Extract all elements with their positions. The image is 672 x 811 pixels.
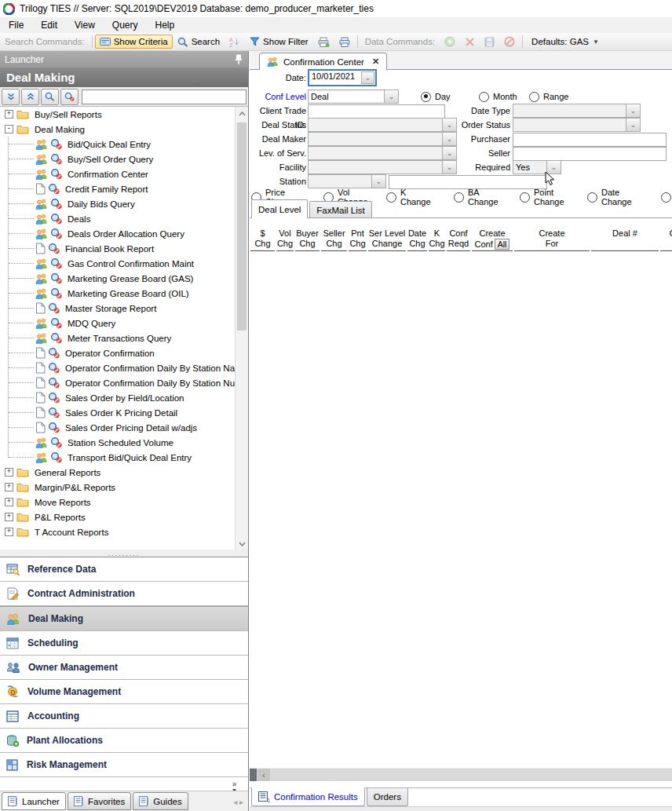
- expand-icon[interactable]: +: [5, 110, 13, 119]
- column-header--chg[interactable]: $Chg: [250, 228, 275, 251]
- tree-item-confirmation-center[interactable]: Confirmation Center: [0, 166, 248, 181]
- sort-az-button[interactable]: AZ: [225, 35, 245, 49]
- tree-folder-t-account-reports[interactable]: +T Account Reports: [0, 524, 248, 539]
- chevron-down-icon[interactable]: ⌄: [626, 119, 640, 131]
- tab-guides[interactable]: Guides: [133, 792, 188, 810]
- radio-month[interactable]: Month: [479, 90, 517, 104]
- nav-item-plant-allocations[interactable]: Plant Allocations: [0, 729, 248, 753]
- tab-launcher[interactable]: Launcher: [2, 792, 66, 810]
- expand-icon[interactable]: +: [5, 513, 13, 521]
- scroll-up-icon[interactable]: [236, 107, 248, 120]
- column-header-date-chg[interactable]: DateChg: [407, 228, 427, 251]
- tree-item-transport-bid-quick-deal-entry[interactable]: Transport Bid/Quick Deal Entry: [0, 450, 248, 465]
- menu-query[interactable]: Query: [104, 18, 147, 32]
- tree-item-financial-book-report[interactable]: Financial Book Report: [0, 241, 248, 256]
- tree-item-meter-transactions-query[interactable]: Meter Transactions Query: [0, 331, 248, 345]
- collapse-all-button[interactable]: [21, 89, 39, 105]
- print-button[interactable]: [313, 35, 334, 49]
- scroll-left-icon[interactable]: ‹: [257, 769, 270, 781]
- tree-folder-deal-making[interactable]: -Deal Making: [0, 122, 248, 137]
- tree-folder-general-reports[interactable]: +General Reports: [0, 465, 248, 480]
- tab-favorites[interactable]: Favorites: [68, 792, 131, 810]
- tree-item-credit-family-report[interactable]: Credit Family Report: [0, 181, 248, 196]
- column-header-create-for[interactable]: CreateFor: [514, 228, 590, 251]
- tree-folder-move-reports[interactable]: +Move Reports: [0, 495, 248, 510]
- search-button[interactable]: Search: [173, 35, 225, 49]
- nav-item-accounting[interactable]: Accounting: [0, 704, 248, 729]
- nav-item-volume-management[interactable]: DVolume Management: [0, 680, 248, 704]
- radio-day[interactable]: Day: [421, 90, 451, 104]
- tree-folder-p-l-reports[interactable]: +P&L Reports: [0, 510, 248, 524]
- find-button[interactable]: [41, 89, 59, 105]
- date-dropdown-icon[interactable]: ⌄: [361, 71, 374, 84]
- tree-item-buy-sell-order-query[interactable]: Buy/Sell Order Query: [0, 152, 248, 166]
- tree-folder-margin-p-l-reports[interactable]: +Margin/P&L Reports: [0, 480, 248, 495]
- tree-item-mdq-query[interactable]: MDQ Query: [0, 316, 248, 331]
- tree-item-daily-bids-query[interactable]: Daily Bids Query: [0, 196, 248, 211]
- column-header-ord[interactable]: Ord: [660, 228, 672, 251]
- date-type-combo[interactable]: ⌄: [513, 104, 641, 118]
- tree-item-marketing-grease-board-oil-[interactable]: Marketing Grease Board (OIL): [0, 286, 248, 301]
- menu-edit[interactable]: Edit: [32, 18, 66, 32]
- delete-record-button[interactable]: [460, 35, 480, 49]
- tab-confirmation-results[interactable]: 1 Confirmation Results: [251, 787, 365, 806]
- launcher-search-input[interactable]: [82, 90, 247, 104]
- expand-icon[interactable]: +: [5, 483, 13, 491]
- tree-folder-buy-sell-reports[interactable]: +Buy/Sell Reports: [0, 107, 248, 122]
- column-header-seller-chg[interactable]: SellerChg: [321, 228, 347, 251]
- cancel-button[interactable]: [499, 34, 520, 49]
- tree-item-deals-order-allocation-query[interactable]: Deals Order Allocation Query: [0, 226, 248, 241]
- date-input[interactable]: [312, 71, 360, 81]
- menu-help[interactable]: Help: [147, 18, 184, 32]
- hscroll-thumb[interactable]: [250, 769, 257, 781]
- seller-input[interactable]: [513, 147, 667, 161]
- tree-item-operator-confirmation[interactable]: Operator Confirmation: [0, 345, 248, 360]
- column-header-pnt-chg[interactable]: PntChg: [349, 228, 367, 251]
- clear-find-button[interactable]: [60, 89, 79, 105]
- scrollbar-thumb[interactable]: [237, 122, 247, 331]
- tab-deal-level[interactable]: Deal Level: [251, 199, 308, 218]
- client-trade-id-input[interactable]: [308, 104, 445, 119]
- chevron-down-icon[interactable]: ⌄: [384, 90, 398, 103]
- print-preview-button[interactable]: [334, 35, 355, 49]
- pin-icon[interactable]: [234, 54, 243, 65]
- tree-item-sales-order-pricing-detail-w-adjs[interactable]: Sales Order Pricing Detail w/adjs: [0, 420, 248, 435]
- column-header-ser-level-change[interactable]: Ser LevelChange: [368, 228, 406, 251]
- nav-item-scheduling[interactable]: Scheduling: [0, 631, 248, 656]
- nav-item-reference-data[interactable]: Reference Data: [0, 557, 248, 582]
- expand-icon[interactable]: +: [5, 468, 13, 477]
- column-header-deal-[interactable]: Deal #: [591, 228, 659, 251]
- column-header-create-conf[interactable]: CreateConfAll: [472, 228, 513, 251]
- grid-body[interactable]: [250, 252, 672, 767]
- expand-all-button[interactable]: [2, 89, 20, 105]
- station-combo[interactable]: ⌄: [308, 174, 386, 188]
- tree-item-master-storage-report[interactable]: Master Storage Report: [0, 301, 248, 316]
- all-button[interactable]: All: [495, 239, 510, 250]
- column-header-k-chg[interactable]: KChg: [429, 228, 445, 251]
- tree-item-operator-confirmation-daily-by-station-na[interactable]: Operator Confirmation Daily By Station N…: [0, 360, 248, 375]
- tree-item-deals[interactable]: Deals: [0, 211, 248, 226]
- tab-faxmail-list[interactable]: FaxMail List: [309, 201, 371, 218]
- nav-item-risk-management[interactable]: Risk Management: [0, 753, 248, 777]
- close-tab-icon[interactable]: ✕: [372, 57, 379, 67]
- collapse-icon[interactable]: -: [5, 125, 13, 133]
- tab-orders[interactable]: Orders: [367, 788, 408, 806]
- radio-range[interactable]: Range: [529, 90, 568, 104]
- menu-view[interactable]: View: [66, 18, 104, 32]
- chevron-down-icon[interactable]: ⌄: [626, 104, 640, 117]
- tree-item-sales-order-k-pricing-detail[interactable]: Sales Order K Pricing Detail: [0, 405, 248, 420]
- purchaser-input[interactable]: [513, 133, 667, 147]
- date-field[interactable]: ⌄: [308, 69, 377, 86]
- column-header-vol-chg[interactable]: VolChg: [276, 228, 294, 251]
- expand-icon[interactable]: +: [5, 528, 13, 536]
- chevron-down-icon[interactable]: ⌄: [371, 175, 385, 188]
- add-record-button[interactable]: [440, 34, 460, 49]
- show-filter-button[interactable]: Show Filter: [245, 35, 313, 49]
- order-status-combo[interactable]: ⌄: [513, 118, 641, 132]
- tree-item-bid-quick-deal-entry[interactable]: Bid/Quick Deal Entry: [0, 137, 248, 152]
- nav-item-deal-making[interactable]: Deal Making: [0, 606, 248, 631]
- tree-scrollbar[interactable]: [235, 107, 248, 550]
- column-header-conf-reqd[interactable]: ConfReqd: [447, 228, 470, 251]
- nav-item-owner-management[interactable]: Owner Management: [0, 656, 248, 680]
- grid-hscrollbar[interactable]: ‹: [250, 768, 672, 781]
